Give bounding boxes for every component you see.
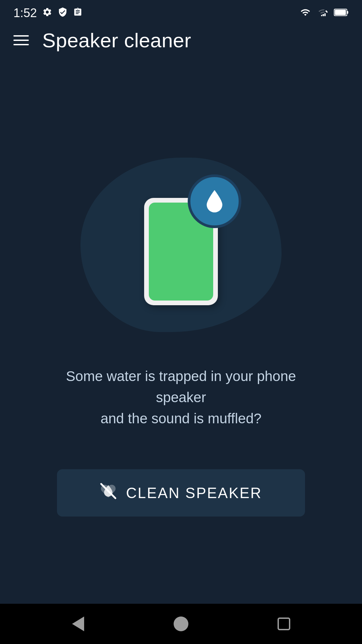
svg-rect-4 <box>347 11 348 14</box>
illustration-container <box>64 144 298 345</box>
water-drop-icon <box>201 188 228 215</box>
svg-rect-1 <box>323 14 324 16</box>
clipboard-icon <box>73 7 82 19</box>
page-title: Speaker cleaner <box>42 29 191 52</box>
water-drop-circle <box>188 174 241 228</box>
description-line1: Some water is trapped in your phone spea… <box>66 368 296 405</box>
status-time: 1:52 <box>13 6 37 20</box>
phone-illustration <box>144 198 218 305</box>
svg-rect-0 <box>324 13 326 16</box>
recents-button[interactable] <box>270 610 297 637</box>
no-water-drop-icon <box>100 483 117 503</box>
home-button[interactable] <box>168 610 194 637</box>
settings-icon <box>42 7 52 19</box>
description-line2: and the sound is muffled? <box>101 411 261 426</box>
battery-icon <box>334 8 349 18</box>
play-protect-icon <box>58 7 68 19</box>
back-arrow-icon <box>72 616 84 631</box>
home-circle-icon <box>174 616 188 631</box>
wifi-icon <box>298 7 312 19</box>
svg-rect-5 <box>335 10 346 15</box>
status-right <box>298 7 349 19</box>
top-bar: Speaker cleaner <box>0 23 362 57</box>
clean-speaker-button[interactable]: CLEAN SPEAKER <box>57 469 305 517</box>
recents-square-icon <box>278 618 290 630</box>
hamburger-menu-icon[interactable] <box>13 35 29 45</box>
bottom-navigation <box>0 604 362 644</box>
status-left: 1:52 <box>13 6 82 20</box>
description-text: Some water is trapped in your phone spea… <box>47 366 315 429</box>
clean-button-label: CLEAN SPEAKER <box>126 485 262 501</box>
signal-icon <box>318 7 328 19</box>
status-bar: 1:52 <box>0 0 362 23</box>
main-content: Some water is trapped in your phone spea… <box>0 57 362 604</box>
phone-body <box>144 198 218 305</box>
back-button[interactable] <box>65 610 92 637</box>
svg-rect-2 <box>321 15 322 16</box>
